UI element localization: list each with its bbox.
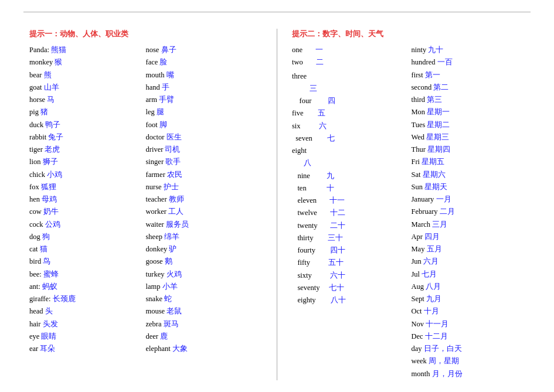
list-item: cow 奶牛	[29, 206, 146, 218]
list-item: Sat 星期六	[412, 169, 525, 181]
list-item: tiger 老虎	[29, 144, 146, 156]
list-item: eight	[292, 145, 406, 157]
list-item: hand 手	[146, 81, 263, 94]
list-item: Aug 八月	[412, 281, 525, 293]
list-item: worker 工人	[146, 206, 263, 218]
section-animals: 提示一：动物、人体、职业类 Panda: 熊猫 monkey 猴 bear 熊 …	[23, 29, 268, 380]
list-item: ten 十	[292, 182, 406, 195]
list-item: snake 蛇	[146, 293, 263, 305]
list-item: eleven 十一	[292, 195, 406, 207]
list-item: one 一	[292, 44, 406, 56]
list-item: day 日子，白天	[412, 343, 525, 355]
list-item: third 第三	[412, 94, 525, 106]
list-item: bee: 蜜蜂	[29, 268, 146, 281]
list-item: thirty 三十	[292, 232, 406, 244]
list-item: Dec 十二月	[412, 330, 525, 343]
list-item: cat 猫	[29, 243, 146, 255]
list-item: Jun 六月	[412, 255, 525, 268]
list-item: hen 母鸡	[29, 193, 146, 206]
list-item: ninty 九十	[412, 44, 525, 56]
list-item: pig 猪	[29, 106, 146, 118]
list-item: fox 狐狸	[29, 181, 146, 193]
list-item: Tues 星期二	[412, 119, 525, 131]
list-item: Sun 星期天	[412, 181, 525, 193]
vertical-divider	[277, 29, 277, 380]
list-item: three	[292, 70, 406, 83]
list-item: Thur 星期四	[412, 144, 525, 156]
list-item: March 三月	[412, 219, 525, 231]
list-item: eighty 八十	[292, 294, 406, 306]
list-item: Oct 十月	[412, 305, 525, 318]
list-item: hundred 一百	[412, 56, 525, 69]
list-item: arm 手臂	[146, 94, 263, 106]
list-item: bird 鸟	[29, 255, 146, 268]
list-item: deer 鹿	[146, 330, 263, 343]
list-item: eye 眼睛	[29, 330, 146, 343]
list-item: mouth 嘴	[146, 69, 263, 81]
section1-title: 提示一：动物、人体、职业类	[29, 29, 262, 39]
list-item: hair 头发	[29, 318, 146, 330]
list-item: nurse 护士	[146, 181, 263, 193]
list-item: second 第二	[412, 81, 525, 94]
section2-col1: one 一 two 二 three 三 four 四 five 五 six 六 …	[292, 44, 406, 380]
list-item: Mon 星期一	[412, 106, 525, 118]
list-item: Sept 九月	[412, 293, 525, 305]
list-item: fifty 五十	[292, 257, 406, 269]
list-item: teacher 教师	[146, 193, 263, 206]
list-item: duck 鸭子	[29, 119, 146, 131]
list-item: donkey 驴	[146, 243, 263, 255]
list-item: rabbit 兔子	[29, 131, 146, 144]
list-item: Jul 七月	[412, 268, 525, 281]
list-item: twenty 二十	[292, 220, 406, 232]
list-item: giraffe: 长颈鹿	[29, 293, 146, 305]
list-item: goat 山羊	[29, 81, 146, 94]
list-item: waiter 服务员	[146, 219, 263, 231]
list-item: elephant 大象	[146, 343, 263, 355]
section2-columns: one 一 two 二 three 三 four 四 five 五 six 六 …	[292, 44, 525, 380]
list-item: first 第一	[412, 69, 525, 81]
section1-col2: nose 鼻子 face 脸 mouth 嘴 hand 手 arm 手臂 leg…	[146, 44, 263, 355]
list-item: February 二月	[412, 206, 525, 218]
list-item: goose 鹅	[146, 255, 263, 268]
list-item: foot 脚	[146, 119, 263, 131]
list-item: May 五月	[412, 243, 525, 255]
list-item: sheep 绵羊	[146, 231, 263, 243]
list-item: ear 耳朵	[29, 343, 146, 355]
list-item: month 月，月份	[412, 368, 525, 380]
list-item: head 头	[29, 305, 146, 318]
list-item: Panda: 熊猫	[29, 44, 146, 56]
list-item: ant: 蚂蚁	[29, 281, 146, 293]
section1-columns: Panda: 熊猫 monkey 猴 bear 熊 goat 山羊 horse …	[29, 44, 262, 355]
list-item: six 六	[292, 120, 406, 132]
section2-col2: ninty 九十 hundred 一百 first 第一 second 第二 t…	[412, 44, 525, 380]
list-item: Wed 星期三	[412, 131, 525, 144]
list-item: face 脸	[146, 56, 263, 69]
list-item: two 二	[292, 56, 406, 69]
list-item: January 一月	[412, 193, 525, 206]
list-item: four 四	[292, 95, 406, 107]
list-item: seven 七	[292, 132, 406, 145]
list-item: nine 九	[292, 170, 406, 182]
top-border	[23, 12, 531, 17]
list-item: seventy 七十	[292, 282, 406, 294]
list-item: lion 狮子	[29, 156, 146, 168]
list-item: 三	[292, 83, 406, 95]
list-item: sixty 六十	[292, 270, 406, 282]
list-item: twelve 十二	[292, 207, 406, 219]
list-item: cock 公鸡	[29, 219, 146, 231]
list-item: leg 腿	[146, 106, 263, 118]
list-item: Nov 十一月	[412, 318, 525, 330]
section1-col1: Panda: 熊猫 monkey 猴 bear 熊 goat 山羊 horse …	[29, 44, 146, 355]
list-item: farmer 农民	[146, 169, 263, 181]
list-item: driver 司机	[146, 144, 263, 156]
section-numbers: 提示二：数字、时间、天气 one 一 two 二 three 三 four 四 …	[286, 29, 531, 380]
list-item: chick 小鸡	[29, 169, 146, 181]
list-item: five 五	[292, 107, 406, 120]
list-item: lamp 小羊	[146, 281, 263, 293]
main-container: 提示一：动物、人体、职业类 Panda: 熊猫 monkey 猴 bear 熊 …	[23, 29, 531, 380]
list-item: fourty 四十	[292, 244, 406, 257]
list-item: nose 鼻子	[146, 44, 263, 56]
list-item: zebra 斑马	[146, 318, 263, 330]
list-item: 八	[292, 157, 406, 169]
list-item: horse 马	[29, 94, 146, 106]
